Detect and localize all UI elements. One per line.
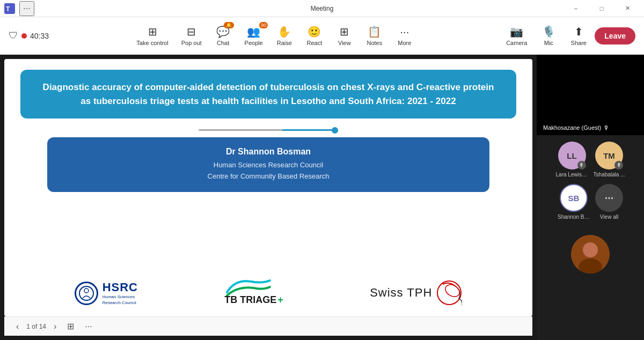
title-bar-controls: − □ ✕ [564,0,640,17]
more-icon: ··· [400,26,409,38]
slide-title-box: Diagnostic accuracy of computer-aided de… [20,70,516,119]
participant-name: Makhosazane (Guest) [543,124,601,131]
teams-icon: T [4,3,15,14]
slide-grid-icon[interactable]: ⊞ [64,320,77,332]
shield-icon: 🛡 [9,30,18,41]
participant-label-ll: Lara Lewis (... [556,172,588,178]
toolbar-right: 📷 Camera 🎙️ Mic ⬆ Share Leave [501,23,635,48]
take-control-label: Take control [136,40,168,46]
slide-author-box: Dr Shannon Bosman Human Sciences Researc… [47,137,489,192]
notes-label: Notes [367,40,382,46]
hsrc-text: HSRC Human SciencesResearch Council [103,280,138,306]
swiss-text: Swiss TPH [370,286,432,300]
people-label: People [245,40,263,46]
participants-row-1: LL 🎙 Lara Lewis (... TM 🎙 Tshabalala ... [543,142,638,178]
notes-icon: 📋 [368,25,381,38]
view-label: View [338,40,351,46]
chat-label: Chat [217,40,229,46]
slide-logos: HSRC Human SciencesResearch Council TB T… [20,201,516,306]
title-bar-more-button[interactable]: ··· [19,1,34,16]
chat-button[interactable]: 💬 🔔 Chat [209,23,237,48]
take-control-button[interactable]: ⊞ Take control [131,23,173,48]
slide-title: Diagnostic accuracy of computer-aided de… [36,80,500,108]
tb-text: TB TRIAGE [224,294,276,306]
muted-icon-ll: 🎙 [577,161,586,169]
minimize-button[interactable]: − [564,0,588,17]
slide-controls: ‹ 1 of 14 › ⊞ ··· [4,316,532,336]
camera-label: Camera [506,40,527,46]
slide-divider [20,129,516,131]
svg-point-5 [443,282,462,299]
participants-grid: LL 🎙 Lara Lewis (... TM 🎙 Tshabalala ... [537,135,644,340]
participant-tile-ll[interactable]: LL 🎙 Lara Lewis (... [556,142,588,178]
participant-tile-viewall[interactable]: ··· View all [595,184,623,220]
chat-badge: 🔔 [224,22,234,28]
slide-page-count: 1 of 14 [26,323,46,330]
svg-text:T: T [6,5,10,13]
share-icon: ⬆ [574,25,583,38]
share-label: Share [571,40,587,46]
avatar-ll: LL 🎙 [558,142,586,169]
participant-label-sb: Shannon Bosman [558,214,590,220]
people-button[interactable]: 👥 90 People [239,23,268,48]
toolbar: 🛡 40:33 ⊞ Take control ⊟ Pop out 💬 🔔 Cha… [0,17,644,55]
notes-button[interactable]: 📋 Notes [361,23,389,48]
svg-point-3 [84,289,89,293]
swiss-tph-logo: Swiss TPH [370,280,462,306]
self-video-avatar [571,235,610,274]
slide-container: Diagnostic accuracy of computer-aided de… [4,59,532,316]
slide-divider-line [199,129,338,131]
hsrc-emblem [78,285,94,301]
svg-point-7 [583,242,598,257]
participant-label-viewall: View all [600,214,618,220]
hsrc-logo: HSRC Human SciencesResearch Council [75,280,138,306]
prev-slide-button[interactable]: ‹ [13,321,22,332]
title-bar: T ··· Meeting − □ ✕ [0,0,644,17]
take-control-icon: ⊞ [148,25,157,38]
leave-button[interactable]: Leave [595,27,635,45]
recording-dot [21,33,27,39]
toolbar-left: 🛡 40:33 [9,30,49,41]
participant-video: Makhosazane (Guest) 🎙 [537,55,644,135]
raise-icon: ✋ [277,25,291,38]
more-button[interactable]: ··· More [391,24,419,48]
muted-icon-tm: 🎙 [614,161,623,169]
pop-out-label: Pop out [181,40,202,46]
author-org2: Centre for Community Based Research [63,171,473,182]
avatar-tm: TM 🎙 [595,142,623,169]
pop-out-button[interactable]: ⊟ Pop out [176,23,207,48]
window-title: Meeting [311,5,334,12]
share-button[interactable]: ⬆ Share [565,23,592,48]
self-video [571,235,610,274]
mic-label: Mic [544,40,553,46]
title-bar-left: T ··· [4,1,34,16]
camera-icon: 📷 [510,25,523,38]
raise-button[interactable]: ✋ Raise [270,23,298,48]
participant-name-tag: Makhosazane (Guest) 🎙 [540,123,612,132]
hsrc-circle-icon [75,282,98,305]
right-panel: Makhosazane (Guest) 🎙 LL 🎙 Lara Lewis (.… [537,55,644,340]
react-label: React [306,40,322,46]
view-button[interactable]: ⊞ View [331,23,358,48]
react-button[interactable]: 🙂 React [301,23,328,48]
hsrc-name: HSRC [103,280,138,294]
camera-button[interactable]: 📷 Camera [501,23,532,48]
participant-tile-sb[interactable]: SB Shannon Bosman [558,184,590,220]
recording-timer: 40:33 [30,32,49,40]
recording-indicator: 40:33 [21,32,49,40]
mic-button[interactable]: 🎙️ Mic [535,23,562,48]
tb-plus: + [277,294,283,306]
next-slide-button[interactable]: › [50,321,60,332]
close-button[interactable]: ✕ [615,0,640,17]
mic-icon: 🎙️ [542,25,555,38]
participant-mic-icon: 🎙 [603,124,609,131]
participants-row-2: SB Shannon Bosman ··· View all [543,184,638,220]
hsrc-subname: Human SciencesResearch Council [103,294,138,306]
view-icon: ⊞ [340,25,349,38]
participant-tile-tm[interactable]: TM 🎙 Tshabalala ... [594,142,625,178]
presentation-area: Diagnostic accuracy of computer-aided de… [0,55,537,340]
participant-label-tm: Tshabalala ... [594,172,625,178]
slide-more-icon[interactable]: ··· [82,321,95,332]
maximize-button[interactable]: □ [589,0,614,17]
more-label: More [398,40,411,46]
